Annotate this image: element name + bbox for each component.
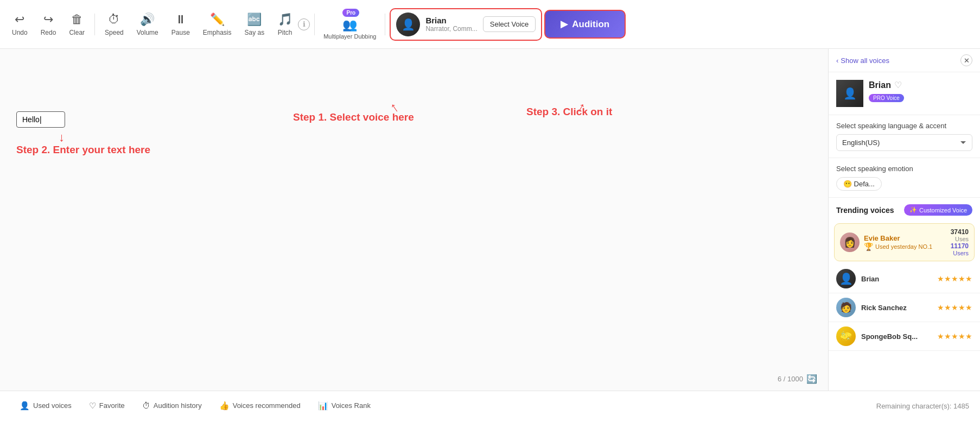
favorite-icon: ♡	[89, 401, 96, 411]
voice-info: Brian Narrator, Comm...	[425, 16, 477, 33]
voice-profile: 👤 Brian ♡ PRO Voice	[829, 72, 980, 115]
emotion-section-label: Select speaking emotion	[836, 165, 972, 173]
pro-badge: Pro	[342, 9, 359, 17]
right-sidebar: ‹ Show all voices ✕ 👤 Brian ♡ PRO Voice …	[828, 49, 980, 391]
tab-used-voices[interactable]: 👤 Used voices	[11, 391, 80, 421]
redo-icon: ↪	[43, 12, 53, 27]
pause-button[interactable]: ⏸ Pause	[166, 9, 195, 40]
sponge-face: 🧽	[836, 326, 856, 346]
sparkle-icon: ✨	[909, 206, 917, 213]
profile-brian-face: 👤	[836, 80, 863, 107]
say-as-button[interactable]: 🔤 Say as	[239, 9, 270, 40]
volume-button[interactable]: 🔊 Volume	[131, 9, 164, 40]
remaining-chars: Remaining character(s): 1485	[876, 402, 969, 410]
brian-stars: ★★★★★	[937, 274, 972, 283]
toolbar: ↩ Undo ↪ Redo 🗑 Clear ⏱ Speed 🔊 Volume ⏸…	[0, 0, 980, 49]
evie-info: Evie Baker 🏆 Used yesterday NO.1	[864, 234, 946, 251]
rick-avatar: 🧑	[836, 298, 856, 317]
redo-button[interactable]: ↪ Redo	[35, 9, 62, 40]
profile-name: Brian	[869, 80, 891, 90]
trending-item-brian[interactable]: 👤 Brian ★★★★★	[829, 265, 980, 293]
info-icon[interactable]: ℹ	[298, 18, 310, 30]
voice-desc: Narrator, Comm...	[425, 25, 477, 33]
emphasis-icon: ✏️	[210, 12, 225, 27]
brian-trend-avatar: 👤	[836, 269, 856, 288]
step2-arrow: ↓	[59, 130, 65, 144]
emotion-badge[interactable]: 😶 Defa...	[836, 177, 882, 191]
pitch-icon: 🎵	[278, 12, 292, 27]
rick-info: Rick Sanchez	[861, 304, 932, 312]
chevron-left-icon: ‹	[836, 56, 838, 65]
emphasis-button[interactable]: ✏️ Emphasis	[198, 9, 237, 40]
tab-voices-rank[interactable]: 📊 Voices Rank	[309, 391, 379, 421]
sep3	[385, 14, 385, 35]
voices-recommended-icon: 👍	[219, 401, 230, 411]
emotion-section: Select speaking emotion 😶 Defa...	[829, 158, 980, 198]
text-input[interactable]	[16, 111, 65, 128]
evie-name: Evie Baker	[864, 234, 946, 242]
sponge-stars: ★★★★★	[937, 332, 972, 341]
sep2	[314, 14, 315, 35]
trending-item-rick-sanchez[interactable]: 🧑 Rick Sanchez ★★★★★	[829, 293, 980, 322]
multiplayer-icon: 👥	[342, 18, 357, 32]
pitch-button[interactable]: 🎵 Pitch	[272, 9, 298, 40]
evie-face: 👩	[840, 233, 860, 252]
close-sidebar-button[interactable]: ✕	[960, 54, 972, 66]
brian-trend-face: 👤	[836, 269, 856, 288]
sponge-name: SpongeBob Sq...	[861, 332, 932, 341]
tab-voices-recommended[interactable]: 👍 Voices recommended	[211, 391, 309, 421]
refresh-icon[interactable]: 🔄	[806, 374, 817, 384]
evie-badge: 🏆 Used yesterday NO.1	[864, 242, 946, 251]
tab-audition-history[interactable]: ⏱ Audition history	[133, 391, 211, 421]
profile-avatar: 👤	[836, 80, 863, 107]
language-section: Select speaking language & accent Englis…	[829, 115, 980, 158]
voice-avatar: 👤	[396, 12, 420, 36]
rick-stars: ★★★★★	[937, 303, 972, 312]
brian-trend-info: Brian	[861, 275, 932, 283]
pro-voice-badge: PRO Voice	[869, 94, 904, 102]
trending-item-evie-baker[interactable]: 👩 Evie Baker 🏆 Used yesterday NO.1 37410…	[834, 223, 975, 261]
undo-icon: ↩	[15, 12, 24, 27]
sep1	[94, 14, 95, 35]
rick-face: 🧑	[836, 298, 856, 317]
pro-badge-area: Pro	[342, 9, 359, 17]
brian-trend-name: Brian	[861, 275, 932, 283]
bottom-tabs: 👤 Used voices ♡ Favorite ⏱ Audition hist…	[0, 391, 980, 421]
rick-name: Rick Sanchez	[861, 304, 932, 312]
clear-icon: 🗑	[71, 12, 83, 27]
audition-button[interactable]: ▶ Audition	[544, 10, 626, 39]
trending-label: Trending voices	[836, 206, 894, 215]
text-input-wrapper	[16, 111, 65, 128]
play-icon: ▶	[561, 18, 568, 30]
used-voices-icon: 👤	[20, 401, 30, 411]
main-area: Step 1. Select voice here ↑ Step 3. Clic…	[0, 49, 980, 391]
voice-name: Brian	[425, 16, 477, 25]
speed-button[interactable]: ⏱ Speed	[99, 9, 129, 40]
multiplayer-label: Multiplayer Dubbing	[323, 33, 376, 40]
language-select[interactable]: English(US)	[836, 134, 972, 151]
editor-canvas: Step 1. Select voice here ↑ Step 3. Clic…	[0, 49, 828, 391]
audition-history-icon: ⏱	[142, 401, 150, 410]
voice-selector-box: 👤 Brian Narrator, Comm... Select Voice	[390, 8, 542, 41]
profile-info: Brian ♡ PRO Voice	[869, 80, 972, 102]
language-section-label: Select speaking language & accent	[836, 122, 972, 130]
trending-item-spongebob[interactable]: 🧽 SpongeBob Sq... ★★★★★	[829, 322, 980, 351]
undo-button[interactable]: ↩ Undo	[7, 9, 33, 40]
word-count: 6 / 1000 🔄	[778, 374, 817, 384]
heart-icon[interactable]: ♡	[894, 80, 902, 90]
brian-face: 👤	[396, 12, 420, 36]
speed-icon: ⏱	[108, 12, 120, 27]
say-as-icon: 🔤	[247, 12, 262, 27]
sidebar-header: ‹ Show all voices ✕	[829, 49, 980, 72]
volume-icon: 🔊	[140, 12, 155, 27]
step2-label: Step 2. Enter your text here	[16, 144, 150, 156]
editor-area: Step 1. Select voice here ↑ Step 3. Clic…	[0, 49, 828, 391]
customized-voice-button[interactable]: ✨ Customized Voice	[904, 204, 972, 216]
clear-button[interactable]: 🗑 Clear	[63, 9, 90, 40]
step3-label: Step 3. Click on it	[526, 106, 612, 118]
tab-favorite[interactable]: ♡ Favorite	[80, 391, 133, 421]
select-voice-button[interactable]: Select Voice	[483, 16, 536, 32]
multiplayer-dubbing-button[interactable]: Pro 👥 Multiplayer Dubbing	[319, 5, 380, 43]
show-all-voices-button[interactable]: ‹ Show all voices	[836, 56, 889, 65]
trophy-icon: 🏆	[864, 242, 873, 251]
